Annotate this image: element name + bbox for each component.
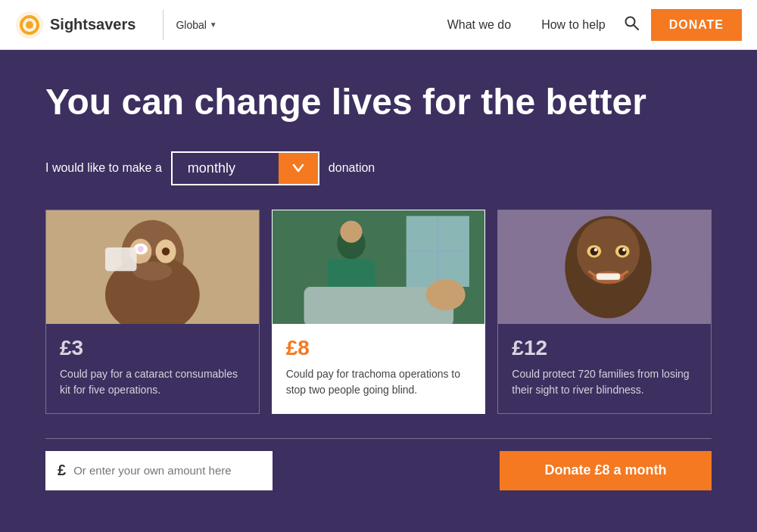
donate-action-button[interactable]: Donate £8 a month xyxy=(500,451,712,490)
card-1-image xyxy=(46,210,259,324)
card-2-image xyxy=(273,210,485,324)
hero-title: You can change lives for the better xyxy=(45,80,712,124)
chevron-down-icon: ▼ xyxy=(210,20,217,29)
donation-frequency-row: I would like to make a monthly donation xyxy=(45,151,712,185)
svg-point-29 xyxy=(590,247,598,255)
svg-line-3 xyxy=(634,25,638,30)
donation-card-3[interactable]: £12 Could protect 720 families from losi… xyxy=(497,210,712,414)
svg-point-32 xyxy=(618,247,626,255)
svg-rect-35 xyxy=(597,273,620,279)
card-3-image xyxy=(498,210,711,324)
donation-suffix-label: donation xyxy=(329,161,375,175)
nav-what-we-do[interactable]: What we do xyxy=(447,18,511,32)
card-3-body: £12 Could protect 720 families from losi… xyxy=(498,324,711,413)
frequency-chevron-button[interactable] xyxy=(279,153,318,184)
donation-card-1[interactable]: £3 Could pay for a cataract consumables … xyxy=(45,210,260,414)
global-label: Global xyxy=(176,19,206,31)
donate-button[interactable]: DONATE xyxy=(651,9,742,41)
svg-point-20 xyxy=(340,220,362,242)
svg-point-9 xyxy=(138,246,144,252)
logo-area[interactable]: Sightsavers xyxy=(15,11,136,39)
header-divider xyxy=(163,10,164,40)
logo-text: Sightsavers xyxy=(50,16,136,33)
main-nav: What we do How to help xyxy=(447,18,606,32)
card-3-svg xyxy=(498,210,711,324)
site-header: Sightsavers Global ▼ What we do How to h… xyxy=(0,0,757,50)
custom-amount-input[interactable] xyxy=(73,464,260,477)
card-1-description: Could pay for a cataract consumables kit… xyxy=(60,366,245,398)
global-selector[interactable]: Global ▼ xyxy=(176,19,217,31)
search-icon xyxy=(624,15,639,30)
svg-rect-13 xyxy=(105,247,137,271)
card-2-svg xyxy=(273,210,485,324)
card-3-description: Could protect 720 families from losing t… xyxy=(512,366,697,398)
frequency-value: monthly xyxy=(173,153,279,184)
pound-prefix-symbol: £ xyxy=(58,462,66,479)
card-2-description: Could pay for trachoma operations to sto… xyxy=(286,366,472,398)
donation-cards-row: £3 Could pay for a cataract consumables … xyxy=(45,210,712,414)
svg-point-11 xyxy=(162,247,170,255)
card-3-amount: £12 xyxy=(512,336,697,360)
card-2-body: £8 Could pay for trachoma operations to … xyxy=(273,324,485,413)
donation-prefix-label: I would like to make a xyxy=(45,161,162,175)
svg-point-23 xyxy=(425,278,465,310)
chevron-down-icon xyxy=(291,160,306,176)
custom-amount-wrap: £ xyxy=(45,451,273,490)
svg-point-1 xyxy=(26,21,33,29)
card-2-amount: £8 xyxy=(286,336,472,360)
card-1-amount: £3 xyxy=(60,336,245,360)
bottom-action-row: £ Donate £8 a month xyxy=(45,438,712,490)
sightsavers-logo-icon xyxy=(15,11,44,39)
nav-how-to-help[interactable]: How to help xyxy=(541,18,606,32)
donation-card-2[interactable]: £8 Could pay for trachoma operations to … xyxy=(272,210,486,414)
svg-point-33 xyxy=(623,248,626,251)
frequency-selector[interactable]: monthly xyxy=(171,151,319,185)
svg-point-12 xyxy=(132,261,172,280)
svg-point-30 xyxy=(594,248,597,251)
card-1-svg xyxy=(46,210,259,324)
search-button[interactable] xyxy=(624,15,639,34)
hero-section: You can change lives for the better I wo… xyxy=(0,50,757,532)
card-1-body: £3 Could pay for a cataract consumables … xyxy=(46,324,259,413)
